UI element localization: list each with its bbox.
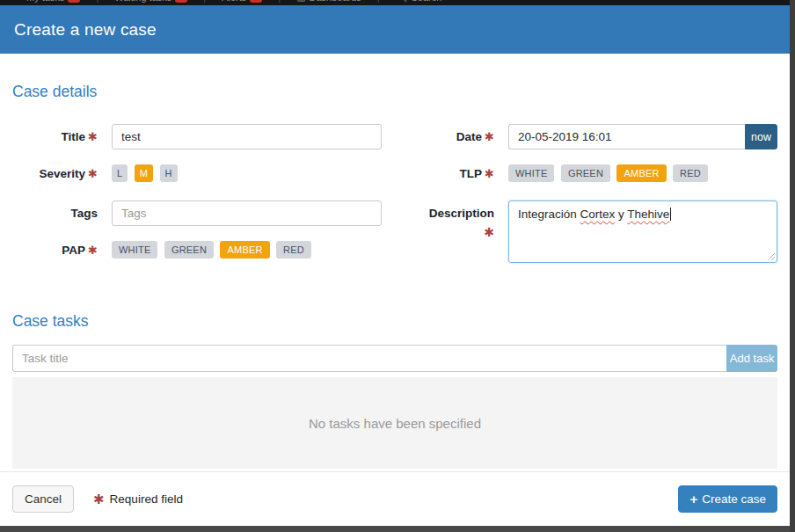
- severity-label: Severity✱: [12, 164, 112, 182]
- required-asterisk-icon: ✱: [398, 225, 494, 241]
- case-details-form: Title✱ Severity✱ L M H: [12, 124, 777, 278]
- tags-input[interactable]: [112, 200, 382, 226]
- page-edge-bottom: [0, 526, 795, 532]
- pap-option-green[interactable]: GREEN: [164, 241, 214, 259]
- section-heading-case-tasks: Case tasks: [12, 311, 777, 331]
- nav-separator: |: [96, 0, 98, 3]
- cancel-button[interactable]: Cancel: [12, 485, 74, 513]
- description-label: Description ✱: [395, 200, 508, 263]
- nav-search[interactable]: 🔍 Search: [396, 0, 442, 3]
- required-field-note: ✱ Required field: [93, 492, 183, 507]
- page-edge-right: [790, 0, 795, 532]
- nav-alerts-label: Alerts: [222, 0, 246, 3]
- add-task-button[interactable]: Add task: [726, 345, 777, 372]
- plus-icon: +: [689, 492, 697, 506]
- pap-label: PAP✱: [12, 241, 112, 259]
- modal-footer: Cancel ✱ Required field + Create case: [0, 471, 790, 526]
- nav-alerts[interactable]: Alerts 1: [222, 0, 262, 3]
- modal-header: Create a new case: [0, 5, 790, 54]
- now-button[interactable]: now: [745, 124, 777, 149]
- my-tasks-badge: 1: [68, 0, 80, 3]
- pap-field-group: PAP✱ WHITE GREEN AMBER RED: [12, 241, 382, 259]
- severity-field-group: Severity✱ L M H: [12, 164, 382, 182]
- resize-grip-icon[interactable]: [766, 251, 775, 260]
- pap-option-amber[interactable]: AMBER: [220, 241, 269, 259]
- date-label: Date✱: [395, 124, 508, 149]
- pap-option-white[interactable]: WHITE: [112, 241, 157, 259]
- severity-option-medium[interactable]: M: [135, 164, 153, 182]
- required-asterisk-icon: ✱: [485, 167, 494, 180]
- title-field-group: Title✱: [12, 124, 382, 149]
- title-input[interactable]: [112, 124, 382, 149]
- tags-label: Tags: [12, 200, 112, 226]
- required-asterisk-icon: ✱: [88, 244, 98, 257]
- nav-separator: |: [377, 0, 380, 3]
- title-label: Title✱: [12, 124, 112, 149]
- nav-my-tasks[interactable]: My tasks 1: [26, 0, 80, 3]
- create-case-button[interactable]: + Create case: [678, 485, 777, 513]
- form-column-left: Title✱ Severity✱ L M H: [12, 124, 395, 278]
- required-asterisk-icon: ✱: [88, 130, 98, 143]
- tlp-option-green[interactable]: GREEN: [561, 164, 610, 182]
- alerts-badge: 1: [250, 0, 262, 3]
- description-field-group: Description ✱ Integración Cortex y Thehi…: [395, 200, 777, 263]
- waiting-tasks-badge: 1: [175, 0, 187, 3]
- tags-field-group: Tags: [12, 200, 382, 226]
- text-caret: [670, 208, 671, 221]
- nav-my-tasks-label: My tasks: [26, 0, 64, 3]
- empty-tasks-panel: No tasks have been specified: [12, 377, 777, 469]
- nav-search-label: Search: [411, 0, 441, 3]
- empty-tasks-message: No tasks have been specified: [309, 416, 481, 431]
- tlp-option-red[interactable]: RED: [673, 164, 708, 182]
- tlp-label: TLP✱: [395, 164, 508, 182]
- required-asterisk-icon: ✱: [93, 492, 105, 507]
- form-column-right: Date✱ now TLP✱: [395, 124, 777, 278]
- tlp-field-group: TLP✱ WHITE GREEN AMBER RED: [395, 164, 777, 182]
- date-field-group: Date✱ now: [395, 124, 777, 149]
- severity-option-low[interactable]: L: [112, 164, 128, 182]
- task-title-input[interactable]: [12, 345, 726, 372]
- required-asterisk-icon: ✱: [485, 130, 494, 143]
- description-text-segment-misspelled: Thehive: [627, 208, 669, 221]
- screen: My tasks 1 | Waiting tasks 1 | Alerts 1 …: [0, 0, 795, 532]
- nav-waiting-tasks-label: Waiting tasks: [114, 0, 171, 3]
- nav-dashboards-label: Dashboards: [310, 0, 361, 3]
- create-case-label: Create case: [702, 492, 766, 506]
- bar-chart-icon: ▥: [296, 0, 305, 3]
- nav-separator: |: [203, 0, 206, 3]
- nav-waiting-tasks[interactable]: Waiting tasks 1: [114, 0, 187, 3]
- required-asterisk-icon: ✱: [88, 167, 98, 180]
- date-input[interactable]: [508, 124, 745, 149]
- nav-separator: |: [278, 0, 281, 3]
- severity-option-high[interactable]: H: [160, 164, 178, 182]
- search-icon: 🔍: [396, 0, 408, 3]
- required-field-text: Required field: [110, 492, 183, 506]
- tlp-option-white[interactable]: WHITE: [508, 164, 554, 182]
- description-text-segment: y: [615, 208, 627, 221]
- task-input-group: Add task: [12, 345, 777, 372]
- section-heading-case-details: Case details: [12, 82, 777, 101]
- navbar-items: My tasks 1 | Waiting tasks 1 | Alerts 1 …: [26, 0, 795, 3]
- background-navbar: My tasks 1 | Waiting tasks 1 | Alerts 1 …: [0, 0, 795, 5]
- description-textarea[interactable]: Integración Cortex y Thehive: [508, 200, 777, 263]
- tlp-option-amber[interactable]: AMBER: [616, 164, 666, 182]
- modal-title: Create a new case: [14, 20, 157, 40]
- create-case-modal: Create a new case Case details Title✱: [0, 5, 790, 526]
- description-text-segment: Integración: [518, 208, 580, 221]
- modal-body: Case details Title✱ Severity✱: [0, 54, 790, 471]
- pap-option-red[interactable]: RED: [276, 241, 311, 259]
- nav-dashboards[interactable]: ▥ Dashboards: [296, 0, 361, 3]
- description-text-segment-misspelled: Cortex: [580, 208, 616, 221]
